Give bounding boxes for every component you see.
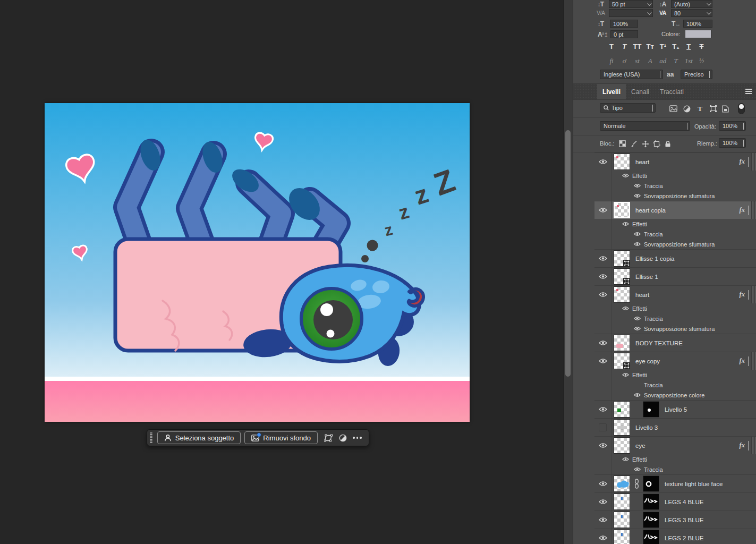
collapse-effects-chevron[interactable] xyxy=(748,356,749,366)
document-canvas[interactable]: z z z Z xyxy=(45,103,470,422)
layer-thumbnail[interactable] xyxy=(614,286,630,303)
layer-row[interactable]: BODY TEXTURE xyxy=(594,334,756,352)
tracking-field[interactable]: 80 xyxy=(671,9,712,17)
layer-name[interactable]: LEGS 2 BLUE xyxy=(665,535,704,541)
layer-name[interactable]: Ellisse 1 copia xyxy=(635,256,675,262)
visibility-eye-toggle[interactable] xyxy=(594,493,611,511)
lock-transparency-icon[interactable] xyxy=(618,139,627,148)
contextual-alternates-toggle[interactable]: ơ xyxy=(618,57,631,65)
layer-thumbnail[interactable] xyxy=(614,154,630,170)
workspace-scrollbar[interactable] xyxy=(563,0,573,544)
effect-row[interactable]: Effetti xyxy=(594,171,756,181)
visibility-eye-toggle[interactable] xyxy=(594,475,611,492)
visibility-eye-toggle[interactable] xyxy=(594,437,611,454)
strikethrough-toggle[interactable]: T xyxy=(695,42,708,50)
layer-row[interactable]: eyefx xyxy=(594,437,756,454)
discretionary-ligatures-toggle[interactable]: st xyxy=(631,57,643,65)
layer-thumbnail[interactable] xyxy=(614,268,630,285)
remove-background-button[interactable]: Rimuovi sfondo xyxy=(244,431,318,444)
effect-visibility-toggle[interactable] xyxy=(633,232,641,236)
fractions-toggle[interactable]: ½ xyxy=(695,57,708,65)
titling-alternates-toggle[interactable]: T xyxy=(669,57,682,65)
fx-indicator[interactable]: fx xyxy=(740,441,745,449)
tab-canali[interactable]: Canali xyxy=(626,84,655,99)
subscript-toggle[interactable]: T₁ xyxy=(669,42,682,50)
effect-row[interactable]: Traccia xyxy=(594,229,756,239)
layer-name[interactable]: Livello 3 xyxy=(635,424,658,431)
visibility-eye-toggle[interactable] xyxy=(594,401,611,418)
effect-visibility-toggle[interactable] xyxy=(633,193,641,198)
visibility-eye-toggle[interactable] xyxy=(594,153,611,171)
small-caps-toggle[interactable]: Tᴛ xyxy=(644,42,657,50)
layer-name[interactable]: BODY TEXTURE xyxy=(635,340,683,346)
taskbar-drag-handle[interactable] xyxy=(150,431,154,444)
collapse-effects-chevron[interactable] xyxy=(748,290,749,300)
visibility-eye-toggle[interactable] xyxy=(594,352,611,370)
visibility-eye-toggle[interactable] xyxy=(594,529,611,544)
filter-adjustment-layers-icon[interactable] xyxy=(682,104,691,113)
effect-row[interactable]: Sovrapposizione sfumatura xyxy=(594,191,756,201)
faux-italic-toggle[interactable]: T xyxy=(618,42,631,50)
fx-indicator[interactable]: fx xyxy=(740,357,745,365)
layer-thumbnail[interactable] xyxy=(614,494,630,510)
layer-name[interactable]: LEGS 3 BLUE xyxy=(665,517,704,523)
effect-visibility-toggle[interactable] xyxy=(633,242,641,246)
fx-indicator[interactable]: fx xyxy=(740,206,745,214)
layer-row[interactable]: heartfx xyxy=(594,153,756,171)
effect-row[interactable]: Effetti xyxy=(594,454,756,464)
layer-name[interactable]: eye xyxy=(635,443,645,449)
fx-indicator[interactable]: fx xyxy=(740,291,745,299)
visibility-eye-toggle[interactable] xyxy=(594,511,611,529)
panel-menu-icon[interactable] xyxy=(745,89,752,94)
tab-tracciati[interactable]: Tracciati xyxy=(655,84,689,99)
filter-toggle-switch[interactable] xyxy=(738,103,745,114)
workspace-scrollbar-thumb[interactable] xyxy=(565,130,571,377)
stylistic-alternates-toggle[interactable]: ad xyxy=(657,57,669,65)
layer-thumbnail[interactable] xyxy=(614,437,630,454)
effect-row[interactable]: Sovrapposizione sfumatura xyxy=(594,239,756,249)
effect-visibility-toggle[interactable] xyxy=(633,316,641,321)
effect-visibility-toggle[interactable] xyxy=(622,173,629,178)
layer-row[interactable]: Livello 5 xyxy=(594,401,756,418)
layer-row[interactable]: Ellisse 1 xyxy=(594,268,756,285)
fill-field[interactable]: 100% xyxy=(719,138,746,148)
layer-thumbnail[interactable] xyxy=(614,353,630,369)
layer-row[interactable]: texture light blue face xyxy=(594,475,756,492)
faux-bold-toggle[interactable]: T xyxy=(605,42,618,50)
visibility-eye-toggle[interactable] xyxy=(594,201,611,219)
filter-shape-layers-icon[interactable] xyxy=(709,104,718,113)
antialias-select[interactable]: Preciso xyxy=(681,70,712,79)
visibility-eye-toggle[interactable] xyxy=(594,334,611,352)
standard-ligatures-toggle[interactable]: fi xyxy=(605,57,618,65)
filter-type-layers-icon[interactable]: T xyxy=(695,104,704,113)
layer-mask-thumbnail[interactable] xyxy=(643,401,659,418)
layer-row[interactable]: Livello 3 xyxy=(594,419,756,436)
collapse-effects-chevron[interactable] xyxy=(748,157,749,167)
effect-row[interactable]: Sovrapposizione colore xyxy=(594,390,756,400)
visibility-eye-toggle[interactable] xyxy=(594,250,611,267)
layer-name[interactable]: Ellisse 1 xyxy=(635,274,658,280)
effect-visibility-toggle[interactable] xyxy=(633,183,641,188)
layer-name[interactable]: eye copy xyxy=(635,358,660,364)
layer-name[interactable]: heart xyxy=(635,159,649,165)
layer-mask-thumbnail[interactable] xyxy=(643,475,659,492)
text-color-swatch[interactable] xyxy=(685,30,711,38)
visibility-empty-toggle[interactable] xyxy=(594,419,611,436)
effect-visibility-toggle[interactable] xyxy=(622,372,629,377)
layer-row[interactable]: LEGS 4 BLUE xyxy=(594,493,756,511)
horizontal-scale-field[interactable]: 100% xyxy=(683,20,712,28)
language-select[interactable]: Inglese (USA) xyxy=(600,70,663,79)
lock-position-icon[interactable] xyxy=(641,139,650,148)
fx-indicator[interactable]: fx xyxy=(740,158,745,166)
layer-thumbnail[interactable] xyxy=(614,475,630,492)
layer-name[interactable]: heart copia xyxy=(635,207,666,214)
layer-row[interactable]: LEGS 2 BLUE xyxy=(594,529,756,544)
adjustments-button[interactable] xyxy=(336,431,350,444)
effect-visibility-toggle[interactable] xyxy=(633,393,641,397)
layer-row[interactable]: heart copiafx xyxy=(594,201,756,219)
visibility-eye-toggle[interactable] xyxy=(594,286,611,303)
layer-name[interactable]: Livello 5 xyxy=(665,406,687,413)
layer-filter-select[interactable]: Tipo xyxy=(600,103,656,113)
layer-thumbnail[interactable] xyxy=(614,335,630,351)
all-caps-toggle[interactable]: TT xyxy=(631,42,643,50)
